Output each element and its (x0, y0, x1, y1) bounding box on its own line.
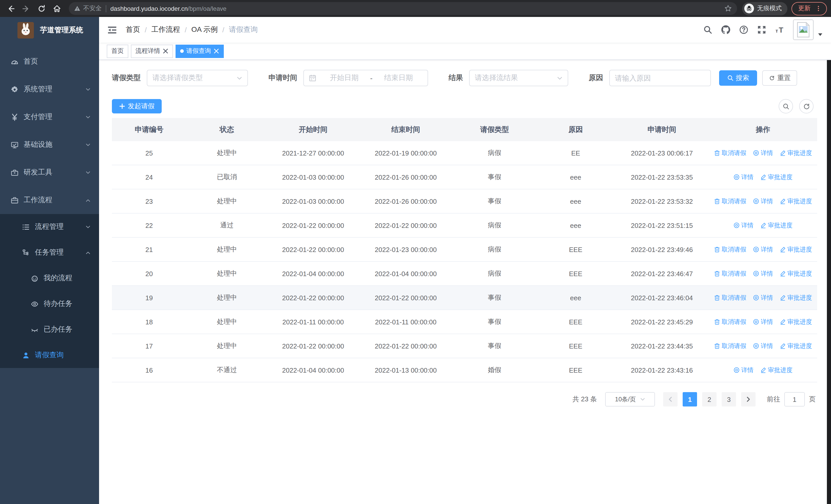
fullscreen-icon[interactable] (757, 25, 766, 34)
sidebar-item-请假查询[interactable]: 请假查询 (0, 342, 99, 368)
page-button-2[interactable]: 2 (702, 392, 717, 407)
help-icon[interactable] (739, 25, 748, 34)
cancel-action-link[interactable]: 取消请假 (714, 149, 746, 157)
progress-action-link[interactable]: 审批进度 (760, 173, 793, 181)
sidebar-item-我的流程[interactable]: 我的流程 (0, 265, 99, 291)
breadcrumb-item-首页[interactable]: 首页 (126, 25, 140, 34)
detail-action-link[interactable]: 详情 (753, 197, 773, 206)
tab-流程详情[interactable]: 流程详情 (131, 45, 173, 58)
tab-请假查询[interactable]: 请假查询 (175, 45, 224, 58)
detail-action-link[interactable]: 详情 (753, 318, 773, 326)
detail-action-label: 详情 (761, 245, 773, 254)
bookmark-star-icon[interactable] (724, 5, 732, 12)
browser-back-button[interactable] (4, 2, 18, 15)
sidebar-item-流程管理[interactable]: 流程管理 (0, 214, 99, 240)
browser-menu-dots-icon[interactable] (815, 5, 822, 12)
breadcrumb-item-工作流程[interactable]: 工作流程 (151, 25, 180, 34)
sidebar-item-系统管理[interactable]: 系统管理 (0, 76, 99, 103)
chevron-left-icon (668, 397, 673, 402)
cancel-action-link[interactable]: 取消请假 (714, 342, 746, 350)
detail-action-link[interactable]: 详情 (753, 269, 773, 278)
refresh-icon (769, 75, 775, 81)
progress-action-label: 审批进度 (787, 342, 812, 350)
progress-action-link[interactable]: 审批进度 (780, 149, 812, 157)
sidebar-item-任务管理[interactable]: 任务管理 (0, 240, 99, 265)
cancel-action-link[interactable]: 取消请假 (714, 269, 746, 278)
result-select[interactable]: 请选择流结果 (469, 70, 568, 86)
browser-update-button[interactable]: 更新 (792, 2, 827, 15)
delete-icon (714, 150, 720, 156)
progress-action-link[interactable]: 审批进度 (780, 269, 812, 278)
detail-action-link[interactable]: 详情 (734, 221, 753, 230)
sidebar-collapse-icon[interactable] (107, 25, 117, 35)
detail-action-label: 详情 (761, 293, 773, 302)
tab-首页[interactable]: 首页 (107, 45, 128, 58)
page-scrollbar[interactable] (827, 17, 831, 504)
sidebar-item-label: 支付管理 (24, 112, 52, 122)
flow-icon (22, 249, 30, 256)
detail-action-link[interactable]: 详情 (734, 366, 753, 375)
cancel-action-link[interactable]: 取消请假 (714, 318, 746, 326)
prev-page-button[interactable] (663, 392, 678, 407)
browser-home-button[interactable] (50, 2, 64, 15)
breadcrumb-item-OA 示例[interactable]: OA 示例 (192, 25, 218, 34)
progress-action-link[interactable]: 审批进度 (760, 366, 793, 375)
progress-action-label: 审批进度 (768, 366, 793, 375)
create-leave-button[interactable]: 发起请假 (112, 99, 162, 113)
progress-action-link[interactable]: 审批进度 (780, 197, 812, 206)
progress-action-link[interactable]: 审批进度 (780, 245, 812, 254)
next-page-button[interactable] (741, 392, 755, 407)
font-size-icon[interactable]: тT (775, 25, 784, 34)
reason-input[interactable] (609, 70, 711, 86)
page-size-select[interactable]: 10条/页 (605, 392, 655, 407)
leave-type-select[interactable]: 请选择请假类型 (147, 70, 248, 86)
table-body: 25处理中2021-12-27 00:00:002022-01-19 00:00… (112, 141, 817, 382)
edit-icon (760, 174, 766, 180)
progress-action-link[interactable]: 审批进度 (760, 221, 793, 230)
page-button-3[interactable]: 3 (722, 392, 736, 407)
browser-reload-button[interactable] (35, 2, 48, 15)
column-header-状态: 状态 (186, 125, 267, 134)
chevron-down-icon (640, 397, 645, 402)
search-icon (782, 103, 789, 110)
goto-page-input[interactable] (784, 392, 805, 407)
sidebar-item-基础设施[interactable]: 基础设施 (0, 131, 99, 158)
reset-button[interactable]: 重置 (762, 70, 797, 86)
page-button-1[interactable]: 1 (683, 392, 697, 407)
cancel-action-link[interactable]: 取消请假 (714, 293, 746, 302)
cell-申请时间: 2022-01-22 23:46:04 (615, 294, 709, 301)
detail-action-link[interactable]: 详情 (734, 173, 753, 181)
detail-action-link[interactable]: 详情 (753, 245, 773, 254)
sidebar-item-工作流程[interactable]: 工作流程 (0, 186, 99, 214)
search-button[interactable]: 搜索 (719, 70, 757, 86)
table-refresh-button[interactable] (799, 99, 813, 113)
table-search-toggle-button[interactable] (779, 99, 793, 113)
user-menu[interactable] (793, 20, 823, 40)
cell-操作: 取消请假详情审批进度 (709, 197, 817, 206)
cell-操作: 取消请假详情审批进度 (709, 293, 817, 302)
apply-time-range-picker[interactable]: 开始日期 - 结束日期 (303, 70, 428, 86)
sidebar-item-支付管理[interactable]: 支付管理 (0, 103, 99, 131)
detail-action-link[interactable]: 详情 (753, 293, 773, 302)
sidebar-item-已办任务[interactable]: 已办任务 (0, 317, 99, 342)
progress-action-link[interactable]: 审批进度 (780, 293, 812, 302)
avatar[interactable] (793, 20, 813, 40)
sidebar-item-研发工具[interactable]: 研发工具 (0, 158, 99, 186)
detail-action-link[interactable]: 详情 (753, 342, 773, 350)
sidebar-item-待办任务[interactable]: 待办任务 (0, 291, 99, 317)
chevron-down-icon (85, 142, 91, 148)
cancel-action-link[interactable]: 取消请假 (714, 197, 746, 206)
end-date-placeholder: 结束日期 (375, 73, 423, 83)
address-bar[interactable]: 不安全 dashboard.yudao.iocoder.cn/bpm/oa/le… (69, 2, 737, 15)
sidebar-item-首页[interactable]: 首页 (0, 48, 99, 76)
detail-action-link[interactable]: 详情 (753, 149, 773, 157)
progress-action-link[interactable]: 审批进度 (780, 342, 812, 350)
cancel-action-link[interactable]: 取消请假 (714, 245, 746, 254)
github-icon[interactable] (721, 25, 730, 34)
browser-forward-button[interactable] (20, 2, 33, 15)
detail-action-label: 详情 (741, 173, 753, 181)
progress-action-link[interactable]: 审批进度 (780, 318, 812, 326)
header-search-icon[interactable] (703, 25, 712, 34)
cell-开始时间: 2022-01-04 00:00:00 (267, 270, 359, 277)
url-text: dashboard.yudao.iocoder.cn/bpm/oa/leave (110, 5, 226, 12)
